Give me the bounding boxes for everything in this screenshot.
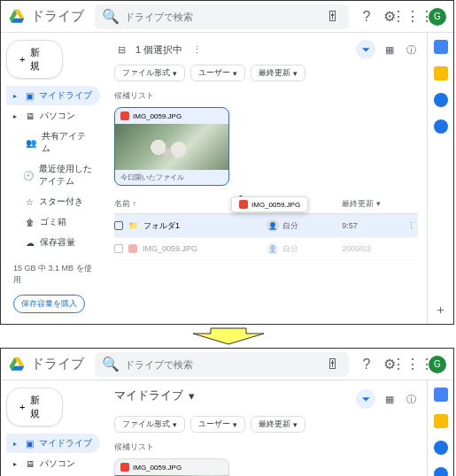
chevron-down-icon: ▾ — [173, 420, 177, 429]
chip-filetype[interactable]: ファイル形式▾ — [114, 65, 185, 81]
search-icon: 🔍 — [104, 10, 118, 24]
calendar-icon[interactable] — [434, 388, 448, 402]
chevron-down-icon: ▾ — [293, 420, 298, 429]
avatar[interactable]: G — [429, 8, 446, 26]
search-icon: 🔍 — [104, 357, 118, 372]
header: ドライブ 🔍 🎚 ? ⚙ ⋮⋮⋮ G — [1, 349, 453, 380]
search-input[interactable] — [125, 359, 319, 370]
sidebar-item-mydrive[interactable]: ▸▣マイドライブ — [6, 86, 100, 105]
calendar-icon[interactable] — [434, 40, 448, 54]
chevron-down-icon: ▾ — [293, 69, 298, 78]
table-row[interactable]: 📁フォルダ1 👤自分 9:57⋮ — [114, 214, 418, 238]
sidebar-item-mydrive[interactable]: ▸▣マイドライブ — [6, 434, 100, 453]
selection-count: 1 個選択中 — [135, 43, 182, 57]
chevron-down-icon: ▾ — [189, 389, 195, 403]
drive-icon: ▣ — [26, 91, 34, 101]
new-button[interactable]: +新規 — [6, 40, 63, 79]
sidebar-item-storage[interactable]: ☁保存容量 — [6, 233, 100, 252]
plus-icon: + — [19, 54, 25, 65]
suggestion-card[interactable]: IMG_0059.JPG 今日開いたファイル — [114, 107, 229, 186]
app-name: ドライブ — [31, 8, 84, 25]
computer-icon: 🖥 — [26, 111, 35, 121]
more-icon[interactable]: ⋮ — [189, 42, 204, 57]
logo[interactable]: ドライブ — [8, 356, 84, 373]
logo[interactable]: ドライブ — [8, 8, 84, 26]
sidebar: +新規 ▸▣マイドライブ ▸🖥パソコン 👥共有アイテム 🕘最近使用したアイテム … — [1, 380, 105, 476]
sidebar-item-computers[interactable]: ▸🖥パソコン — [6, 454, 100, 473]
plus-icon[interactable]: + — [437, 303, 444, 317]
main-content: マイドライブ▾ ⏷ ▦ ⓘ ファイル形式▾ ユーザー▾ 最終更新▾ 候補リスト … — [105, 380, 427, 476]
buy-storage-button[interactable]: 保存容量を購入 — [13, 295, 85, 313]
computer-icon: 🖥 — [26, 459, 35, 469]
tasks-icon[interactable] — [434, 93, 448, 107]
contacts-icon[interactable] — [434, 467, 448, 476]
grid-view-icon[interactable]: ▦ — [383, 42, 397, 57]
grid-view-icon[interactable]: ▦ — [383, 392, 397, 406]
deselect-icon[interactable]: ⊟ — [114, 42, 128, 57]
location-title[interactable]: マイドライブ▾ — [114, 388, 195, 403]
drive-logo-icon — [8, 356, 26, 373]
chevron-right-icon: ▸ — [13, 112, 20, 120]
suggestions-label: 候補リスト — [114, 90, 418, 102]
tasks-icon[interactable] — [434, 441, 448, 455]
card-title: IMG_0059.JPG — [133, 464, 182, 472]
help-icon[interactable]: ? — [359, 10, 374, 24]
filter-toggle[interactable]: ⏷ — [356, 389, 375, 409]
new-button[interactable]: +新規 — [6, 388, 63, 426]
search-bar[interactable]: 🔍 🎚 — [95, 4, 349, 29]
table-row[interactable]: IMG_0059.JPG 👤自分 2009/03 — [114, 238, 418, 260]
more-icon[interactable]: ⋮ — [404, 219, 418, 233]
drive-logo-icon — [8, 8, 26, 26]
card-footer: 今日開いたファイル — [115, 170, 228, 185]
chip-user[interactable]: ユーザー▾ — [190, 416, 245, 433]
sort-arrow-icon[interactable]: ↑ — [133, 199, 137, 208]
chip-user[interactable]: ユーザー▾ — [190, 65, 245, 81]
folder-icon: 📁 — [128, 221, 138, 230]
bottom-panel: ドライブ 🔍 🎚 ? ⚙ ⋮⋮⋮ G +新規 ▸▣マイドライブ ▸🖥パソコン 👥… — [0, 348, 454, 476]
tune-icon[interactable]: 🎚 — [326, 10, 340, 24]
sidebar-item-starred[interactable]: ☆スター付き — [6, 192, 100, 211]
search-bar[interactable]: 🔍 🎚 — [95, 352, 349, 377]
card-title: IMG_0059.JPG — [133, 112, 182, 120]
apps-icon[interactable]: ⋮⋮⋮ — [406, 10, 420, 24]
checkbox[interactable] — [114, 244, 123, 253]
selection-toolbar: ⊟ 1 個選択中 ⋮ ⏷ ▦ ⓘ — [114, 40, 418, 59]
tune-icon[interactable]: 🎚 — [326, 357, 340, 372]
info-icon[interactable]: ⓘ — [404, 42, 418, 57]
help-icon[interactable]: ? — [359, 357, 374, 372]
image-file-icon — [120, 111, 129, 120]
filter-toggle[interactable]: ⏷ — [356, 40, 375, 59]
sidebar-item-shared[interactable]: 👥共有アイテム — [6, 127, 100, 158]
contacts-icon[interactable] — [434, 119, 448, 134]
search-input[interactable] — [125, 12, 319, 22]
chip-modified[interactable]: 最終更新▾ — [251, 65, 305, 81]
checkbox[interactable] — [114, 221, 123, 230]
top-panel: ドライブ 🔍 🎚 ? ⚙ ⋮⋮⋮ G +新規 ▸▣マイドライブ ▸🖥パソコン 👥… — [0, 0, 454, 325]
header: ドライブ 🔍 🎚 ? ⚙ ⋮⋮⋮ G — [1, 1, 453, 33]
cloud-icon: ☁ — [26, 238, 35, 248]
down-arrow-icon — [175, 326, 282, 346]
sidebar-item-computers[interactable]: ▸🖥パソコン — [6, 106, 100, 126]
drive-icon: ▣ — [26, 439, 34, 449]
apps-icon[interactable]: ⋮⋮⋮ — [406, 357, 420, 372]
keep-icon[interactable] — [434, 66, 448, 81]
keep-icon[interactable] — [434, 414, 448, 428]
thumbnail — [115, 124, 228, 170]
main-content: ⊟ 1 個選択中 ⋮ ⏷ ▦ ⓘ ファイル形式▾ ユーザー▾ 最終更新▾ 候補リ… — [105, 33, 427, 324]
chip-filetype[interactable]: ファイル形式▾ — [114, 416, 185, 433]
header-icons: ? ⚙ ⋮⋮⋮ G — [359, 8, 446, 26]
avatar[interactable]: G — [429, 356, 446, 373]
trash-icon: 🗑 — [26, 218, 35, 227]
sidebar-item-recent[interactable]: 🕘最近使用したアイテム — [6, 159, 100, 191]
chevron-down-icon: ▾ — [233, 420, 237, 429]
chip-modified[interactable]: 最終更新▾ — [251, 416, 305, 433]
right-rail: + — [427, 380, 453, 476]
chevron-right-icon: ▸ — [13, 92, 20, 100]
sidebar-item-trash[interactable]: 🗑ゴミ箱 — [6, 212, 100, 232]
person-icon: 👤 — [267, 242, 279, 255]
app-name: ドライブ — [31, 356, 84, 372]
filter-chips: ファイル形式▾ ユーザー▾ 最終更新▾ — [114, 416, 418, 433]
info-icon[interactable]: ⓘ — [404, 392, 418, 406]
suggestion-card[interactable]: IMG_0059.JPG 今日開いたファイル — [114, 458, 229, 476]
header-icons: ? ⚙ ⋮⋮⋮ G — [359, 356, 446, 373]
